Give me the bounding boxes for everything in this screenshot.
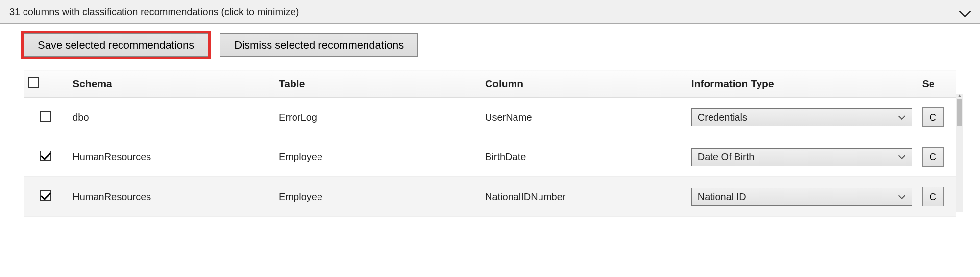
scroll-thumb[interactable]: [957, 99, 962, 126]
row-checkbox[interactable]: [40, 111, 51, 122]
table-row: HumanResources Employee NationalIDNumber…: [24, 177, 956, 217]
row-checkbox[interactable]: [40, 190, 51, 201]
action-button-row: Save selected recommendations Dismiss se…: [0, 24, 980, 70]
cell-table: Employee: [274, 177, 480, 217]
recommendations-table: Schema Table Column Information Type Se …: [24, 70, 956, 217]
info-type-dropdown[interactable]: Credentials: [691, 108, 912, 126]
dropdown-value: Date Of Birth: [698, 151, 755, 163]
recommendations-banner[interactable]: 31 columns with classification recommend…: [0, 0, 980, 24]
column-header-info-type[interactable]: Information Type: [686, 70, 917, 98]
save-button[interactable]: Save selected recommendations: [24, 33, 208, 57]
chevron-down-icon: [958, 5, 971, 18]
column-header-tail[interactable]: Se: [917, 70, 956, 98]
column-header-column[interactable]: Column: [480, 70, 686, 98]
dismiss-button[interactable]: Dismiss selected recommendations: [220, 33, 418, 57]
cell-schema: dbo: [68, 98, 274, 137]
column-header-table[interactable]: Table: [274, 70, 480, 98]
vertical-scrollbar[interactable]: ▲: [956, 94, 963, 212]
info-type-dropdown[interactable]: Date Of Birth: [691, 148, 912, 166]
banner-text: 31 columns with classification recommend…: [9, 6, 299, 18]
caret-down-icon: [898, 192, 905, 199]
dropdown-value: National ID: [698, 191, 746, 202]
table-row: HumanResources Employee BirthDate Date O…: [24, 137, 956, 177]
tail-dropdown[interactable]: C: [922, 187, 944, 206]
column-header-schema[interactable]: Schema: [68, 70, 274, 98]
caret-down-icon: [898, 113, 905, 120]
tail-dropdown[interactable]: C: [922, 147, 944, 167]
cell-table: Employee: [274, 137, 480, 177]
tail-dropdown[interactable]: C: [922, 107, 944, 127]
scroll-up-icon: ▲: [956, 92, 963, 99]
cell-schema: HumanResources: [68, 177, 274, 217]
cell-schema: HumanResources: [68, 137, 274, 177]
cell-table: ErrorLog: [274, 98, 480, 137]
cell-column: BirthDate: [480, 137, 686, 177]
info-type-dropdown[interactable]: National ID: [691, 188, 912, 206]
row-checkbox[interactable]: [40, 151, 51, 161]
cell-column: UserName: [480, 98, 686, 137]
table-row: dbo ErrorLog UserName Credentials C: [24, 98, 956, 137]
caret-down-icon: [898, 152, 905, 159]
dropdown-value: Credentials: [698, 112, 747, 123]
select-all-checkbox[interactable]: [28, 77, 39, 88]
cell-column: NationalIDNumber: [480, 177, 686, 217]
